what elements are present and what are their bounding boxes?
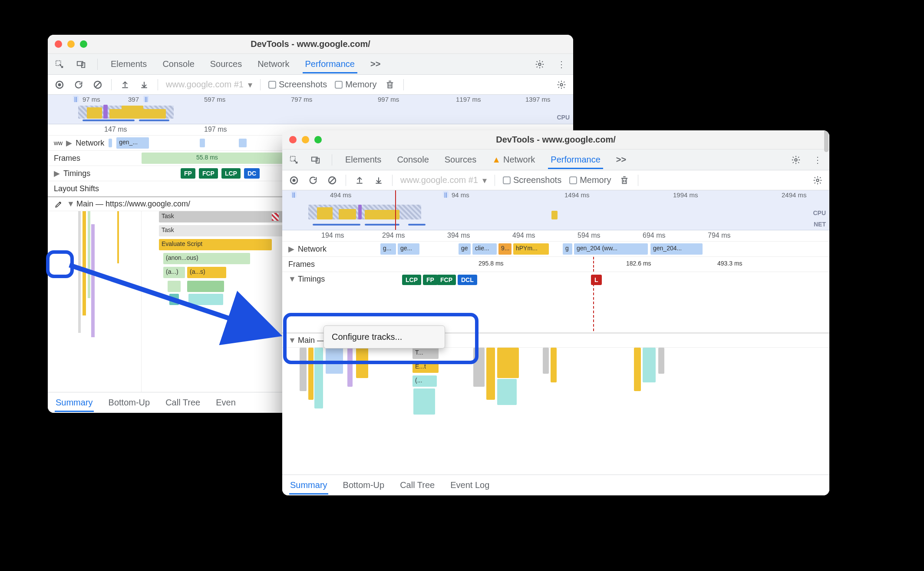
range-handle-right[interactable]: || [143, 96, 149, 102]
disclose-icon[interactable]: ▶ [66, 138, 72, 148]
net-item[interactable]: g... [380, 243, 396, 255]
close-icon[interactable] [289, 136, 297, 143]
flame-paren[interactable]: (... [412, 375, 437, 387]
clear-icon[interactable] [92, 79, 103, 90]
flame-a[interactable]: (a...) [163, 267, 185, 278]
zoom-icon[interactable] [314, 136, 322, 143]
download-icon[interactable] [139, 79, 150, 90]
screenshots-checkbox[interactable]: Screenshots [268, 80, 327, 90]
btab-call-tree[interactable]: Call Tree [399, 476, 436, 495]
configure-tracks-item[interactable]: Configure tracks... [324, 329, 445, 345]
close-icon[interactable] [55, 40, 62, 48]
net-item[interactable]: gen_204... [650, 243, 703, 255]
capture-settings-icon[interactable] [556, 79, 567, 90]
upload-icon[interactable] [354, 175, 365, 186]
timings-track[interactable]: ▼ Timings LCP FP FCP DCL L [282, 272, 829, 333]
btab-bottom-up[interactable]: Bottom-Up [342, 476, 386, 495]
net-item[interactable]: gen_... [116, 137, 149, 149]
tab-network[interactable]: ▲Network [489, 150, 538, 169]
tab-performance[interactable]: Performance [548, 150, 603, 169]
net-item[interactable]: gen_204 (ww... [574, 243, 648, 255]
device-icon[interactable] [76, 59, 87, 70]
flame-eval[interactable]: Evaluate Script [159, 239, 272, 250]
tab-network[interactable]: Network [255, 55, 292, 73]
net-item[interactable]: ge... [398, 243, 419, 255]
inspect-icon[interactable] [54, 59, 65, 70]
disclose-icon[interactable]: ▼ [67, 199, 73, 209]
inspect-icon[interactable] [288, 154, 300, 166]
reload-icon[interactable] [73, 79, 84, 90]
overview-ruler: 494 ms 94 ms 1494 ms 1994 ms 2494 ms [282, 190, 829, 200]
recording-dropdown[interactable]: www.google.com #1 [166, 80, 252, 90]
disclose-icon[interactable]: ▼ [288, 275, 294, 284]
net-item[interactable]: ge [459, 243, 471, 255]
tab-overflow[interactable]: >> [614, 150, 629, 169]
scrollbar[interactable] [824, 130, 828, 152]
gear-icon[interactable] [790, 154, 802, 166]
flame-t[interactable]: T... [412, 348, 439, 359]
kebab-icon[interactable]: ⋮ [556, 59, 567, 70]
tab-elements[interactable]: Elements [343, 150, 384, 169]
net-item[interactable]: g [563, 243, 572, 255]
recording-dropdown[interactable]: www.google.com #1 [400, 175, 487, 185]
btab-summary[interactable]: Summary [55, 393, 94, 412]
zoom-icon[interactable] [80, 40, 87, 48]
device-icon[interactable] [310, 154, 321, 166]
gear-icon[interactable] [534, 59, 545, 70]
net-item[interactable]: clie... [472, 243, 497, 255]
download-icon[interactable] [373, 175, 384, 186]
tab-sources[interactable]: Sources [208, 55, 244, 73]
devtools-tabs: Elements Console Sources ▲Network Perfor… [282, 149, 829, 170]
timing-fp: FP [423, 275, 438, 285]
memory-checkbox[interactable]: Memory [335, 80, 376, 90]
kebab-icon[interactable]: ⋮ [812, 154, 823, 166]
flame-anon[interactable]: (anon...ous) [163, 253, 250, 264]
tab-console[interactable]: Console [160, 55, 197, 73]
titlebar: DevTools - www.google.com/ [48, 35, 573, 54]
frames-label: Frames [54, 154, 80, 163]
record-icon[interactable] [54, 79, 65, 90]
tab-elements[interactable]: Elements [108, 55, 149, 73]
tab-console[interactable]: Console [394, 150, 431, 169]
edit-icon[interactable] [54, 200, 63, 208]
cpu-overview[interactable]: 494 ms 94 ms 1494 ms 1994 ms 2494 ms || … [282, 190, 829, 230]
range-handle-left[interactable]: || [73, 96, 79, 102]
tick: 1397 ms [525, 96, 551, 103]
tab-overflow[interactable]: >> [368, 55, 383, 73]
tab-performance[interactable]: Performance [303, 55, 358, 73]
btab-summary[interactable]: Summary [289, 476, 328, 495]
disclose-icon[interactable]: ▶ [288, 244, 294, 254]
cpu-overview[interactable]: 97 ms 397 597 ms 797 ms 997 ms 1197 ms 1… [48, 95, 573, 124]
clear-icon[interactable] [327, 175, 338, 186]
net-item[interactable]: 9... [498, 243, 512, 255]
record-icon[interactable] [288, 175, 300, 186]
btab-bottom-up[interactable]: Bottom-Up [108, 393, 151, 412]
btab-call-tree[interactable]: Call Tree [165, 393, 201, 412]
flame-as[interactable]: (a...s) [187, 267, 226, 278]
network-track[interactable]: ▶ Network g... ge... ge clie... 9... hPY… [282, 242, 829, 257]
window-title: DevTools - www.google.com/ [55, 39, 566, 49]
net-item[interactable]: hPYm... [513, 243, 549, 255]
btab-event-log[interactable]: Event Log [449, 476, 490, 495]
upload-icon[interactable] [119, 79, 131, 90]
gc-icon[interactable] [619, 175, 630, 186]
btab-event-log[interactable]: Even [215, 393, 237, 412]
memory-checkbox[interactable]: Memory [569, 175, 611, 185]
svg-point-19 [816, 179, 819, 182]
capture-settings-icon[interactable] [812, 175, 823, 186]
gc-icon[interactable] [384, 79, 396, 90]
reload-icon[interactable] [307, 175, 319, 186]
tab-sources[interactable]: Sources [442, 150, 479, 169]
disclose-icon[interactable]: ▶ [54, 169, 60, 178]
cpu-label: CPU [557, 114, 570, 121]
minimize-icon[interactable] [302, 136, 309, 143]
frames-track[interactable]: Frames 295.8 ms 182.6 ms 493.3 ms [282, 257, 829, 272]
range-handle-left[interactable]: || [291, 191, 297, 198]
screenshots-checkbox[interactable]: Screenshots [503, 175, 561, 185]
tick: 147 ms [104, 126, 127, 133]
disclose-icon[interactable]: ▼ [288, 336, 294, 345]
svg-rect-18 [623, 178, 627, 183]
minimize-icon[interactable] [67, 40, 75, 48]
range-handle-right[interactable]: || [443, 191, 449, 198]
flame-et[interactable]: E...t [412, 362, 439, 373]
